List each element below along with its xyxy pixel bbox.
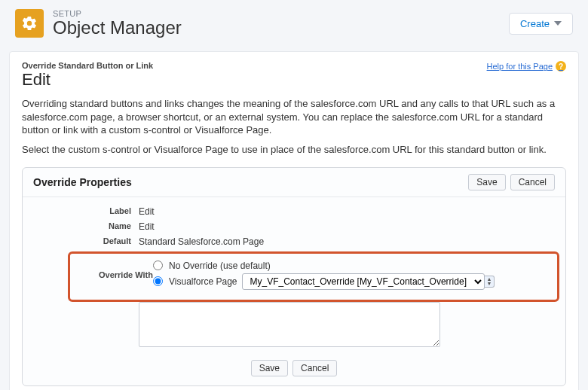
override-properties-panel: Override Properties Save Cancel Label Ed… [22, 167, 566, 386]
radio-visualforce-label: Visualforce Page [169, 276, 237, 287]
properties-heading: Override Properties [33, 176, 132, 188]
intro-paragraph: Overriding standard buttons and links ch… [22, 97, 566, 137]
action-title: Edit [22, 70, 566, 90]
name-value: Edit [139, 220, 555, 232]
label-label: Label [33, 205, 139, 215]
label-value: Edit [139, 205, 555, 217]
setup-gear-icon [15, 9, 44, 38]
label-name: Name [33, 220, 139, 230]
visualforce-page-select[interactable]: My_VF_Contact_Override [My_VF_Contact_Ov… [242, 273, 485, 290]
radio-no-override[interactable]: No Override (use default) [153, 261, 550, 271]
help-icon: ? [556, 61, 566, 72]
create-button[interactable]: Create [509, 13, 573, 35]
label-override-with: Override With [78, 270, 153, 279]
page-title: Object Manager [53, 18, 182, 38]
radio-no-override-label: No Override (use default) [169, 261, 271, 271]
breadcrumb: Override Standard Button or Link [22, 61, 566, 70]
save-button-top[interactable]: Save [468, 174, 505, 190]
radio-visualforce[interactable]: Visualforce Page My_VF_Contact_Override … [153, 273, 550, 290]
radio-no-override-input[interactable] [153, 261, 163, 270]
chevron-down-icon [554, 21, 562, 26]
override-with-highlight: Override With No Override (use default) … [68, 251, 559, 302]
create-button-label: Create [520, 18, 550, 29]
content-card: Help for this Page ? Override Standard B… [9, 51, 579, 390]
label-default: Default [33, 235, 139, 245]
default-value: Standard Salesforce.com Page [139, 235, 555, 247]
select-paragraph: Select the custom s-control or Visualfor… [22, 143, 566, 157]
radio-visualforce-input[interactable] [153, 276, 163, 286]
help-link[interactable]: Help for this Page ? [487, 61, 566, 72]
cancel-button-bottom[interactable]: Cancel [292, 360, 337, 376]
save-button-bottom[interactable]: Save [251, 360, 288, 376]
cancel-button-top[interactable]: Cancel [510, 174, 555, 190]
select-stepper-icon: ▲▼ [485, 276, 495, 288]
help-link-text: Help for this Page [487, 62, 553, 71]
comment-textarea[interactable] [139, 302, 440, 347]
